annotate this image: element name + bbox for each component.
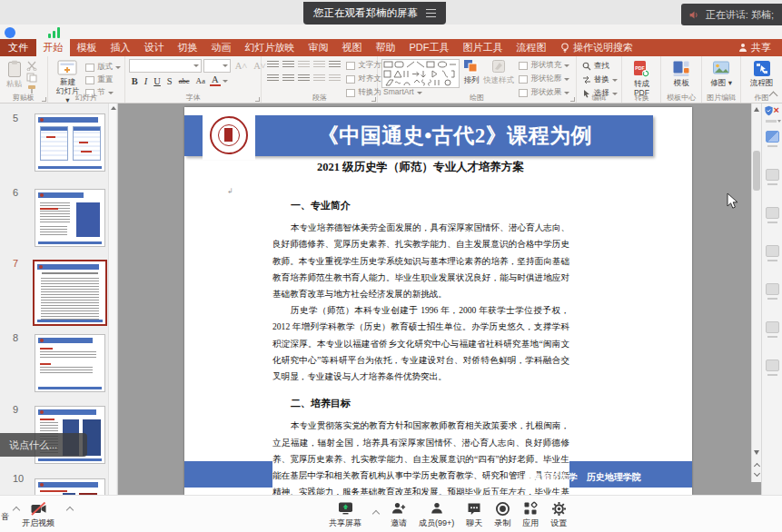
side-tool-item[interactable] xyxy=(766,245,779,269)
scroll-down-arrow[interactable] xyxy=(754,450,759,455)
tab-review[interactable]: 审阅 xyxy=(302,39,335,56)
slide-text-block[interactable]: 一、专业简介 本专业培养德智体美劳全面发展的，具有深厚家国情怀、潜心育人志向、良… xyxy=(272,197,569,495)
slide-subtitle[interactable]: 2021 级历史学（师范）专业人才培养方案 xyxy=(239,160,602,175)
side-tool-item[interactable] xyxy=(766,360,779,383)
template-button[interactable]: 模板 xyxy=(669,59,693,89)
apps-button[interactable]: 应用 xyxy=(522,501,539,529)
thumbnail-slide-6[interactable] xyxy=(35,189,105,247)
meeting-float-icon[interactable] xyxy=(5,27,15,38)
tab-flowchart[interactable]: 流程图 xyxy=(510,39,553,56)
columns-icon[interactable] xyxy=(329,74,341,84)
underline-button[interactable]: U xyxy=(152,76,163,86)
drawing-dialog-launcher[interactable] xyxy=(570,97,575,102)
flowchart-button[interactable]: 流程图 xyxy=(747,59,777,89)
next-slide-button[interactable] xyxy=(753,472,761,480)
tab-templates[interactable]: 模板 xyxy=(70,39,104,56)
shadow-button[interactable]: S xyxy=(164,76,174,86)
invite-button[interactable]: 邀请 xyxy=(391,501,407,529)
mute-options-chevron[interactable] xyxy=(13,507,20,514)
strikethrough-button[interactable]: abc xyxy=(176,76,192,85)
bold-button[interactable]: B xyxy=(129,76,140,86)
align-right-icon[interactable] xyxy=(298,74,310,84)
layout-button[interactable]: 版式 xyxy=(85,62,121,73)
retouch-button[interactable]: 修图 ▾ xyxy=(708,59,735,89)
thumbnail-slide-8[interactable] xyxy=(35,334,105,392)
camera-options-chevron[interactable] xyxy=(66,507,74,514)
close-icon[interactable]: × xyxy=(774,104,779,115)
chat-button[interactable]: 聊天 xyxy=(466,501,482,529)
tab-insert[interactable]: 插入 xyxy=(104,39,137,56)
tab-picture-tools[interactable]: 图片工具 xyxy=(456,39,510,56)
tab-animations[interactable]: 动画 xyxy=(204,39,238,56)
paste-button[interactable]: 粘贴 xyxy=(4,59,25,90)
line-spacing-icon[interactable] xyxy=(329,61,341,70)
tab-view[interactable]: 视图 xyxy=(335,39,369,56)
numbering-icon[interactable] xyxy=(282,61,294,70)
menu-icon[interactable] xyxy=(426,9,436,17)
shield-icon[interactable] xyxy=(764,105,774,116)
thumbnail-scrollbar[interactable] xyxy=(108,103,116,495)
record-button[interactable]: 录制 xyxy=(494,501,510,529)
increase-indent-icon[interactable] xyxy=(313,61,325,70)
slide-scrollbar[interactable] xyxy=(751,103,761,482)
font-color-caret[interactable] xyxy=(223,80,228,83)
slide-7-editor[interactable]: 《中国通史•古代2》课程为例 2021 级历史学（师范）专业人才培养方案 ↲ 一… xyxy=(184,107,692,495)
scroll-up-arrow[interactable] xyxy=(754,107,759,112)
camera-button[interactable]: 开启视频 xyxy=(22,501,54,529)
tab-design[interactable]: 设计 xyxy=(137,39,171,56)
share-options-chevron[interactable] xyxy=(372,510,380,517)
arrange-button[interactable]: 排列 xyxy=(463,59,480,86)
tab-file[interactable]: 文件 xyxy=(0,39,36,56)
tell-me-search[interactable]: 操作说明搜索 xyxy=(553,39,640,56)
find-button[interactable]: 查找 xyxy=(582,61,618,72)
grow-font-button[interactable]: A˄ xyxy=(233,61,250,71)
tab-slideshow[interactable]: 幻灯片放映 xyxy=(238,39,302,56)
shape-fill-button[interactable]: 形状填充 xyxy=(519,60,569,71)
font-dialog-launcher[interactable] xyxy=(255,97,260,102)
clipboard-dialog-launcher[interactable] xyxy=(42,97,46,102)
watching-banner[interactable]: 您正在观看郑楠的屏幕 xyxy=(303,2,446,25)
panel-dropdown[interactable] xyxy=(766,120,777,123)
paragraph-dialog-launcher[interactable] xyxy=(371,97,376,102)
bullets-icon[interactable] xyxy=(267,61,279,70)
thumbnail-slide-5[interactable] xyxy=(35,113,105,172)
slide-title-banner[interactable]: 《中国通史•古代2》课程为例 xyxy=(184,115,653,156)
thumbnail-slide-7[interactable] xyxy=(33,260,107,326)
tab-transitions[interactable]: 切换 xyxy=(171,39,204,56)
side-tool-item[interactable] xyxy=(766,283,779,307)
side-tool-item[interactable] xyxy=(766,169,779,192)
italic-button[interactable]: I xyxy=(142,76,150,86)
shape-outline-button[interactable]: 形状轮廓 xyxy=(519,74,569,84)
font-size-combo[interactable] xyxy=(203,59,231,73)
share-button[interactable]: 共享 xyxy=(728,39,782,56)
side-tool-item[interactable] xyxy=(766,321,779,345)
replace-button[interactable]: 替换 xyxy=(582,74,618,85)
reset-button[interactable]: 重置 xyxy=(85,74,121,85)
invite-label: 邀请 xyxy=(391,517,407,529)
tab-help[interactable]: 帮助 xyxy=(369,39,402,56)
cut-icon[interactable] xyxy=(26,61,37,71)
paste-icon xyxy=(7,60,22,78)
justify-icon[interactable] xyxy=(313,74,325,84)
settings-button[interactable]: 设置 xyxy=(550,501,567,529)
scroll-up-arrow[interactable] xyxy=(111,106,116,110)
tab-pdf-tools[interactable]: PDF工具 xyxy=(402,39,456,56)
tab-home[interactable]: 开始 xyxy=(36,39,70,56)
font-name-combo[interactable] xyxy=(129,59,202,73)
thumbnail-slide-10[interactable] xyxy=(35,478,105,495)
chat-input-overlay[interactable]: 说点什么... xyxy=(0,433,87,457)
members-button[interactable]: 成员(99+) xyxy=(419,501,454,529)
align-left-icon[interactable] xyxy=(267,74,279,84)
change-case-button[interactable]: Aa xyxy=(193,76,208,85)
side-tool-item[interactable] xyxy=(766,207,779,231)
decrease-indent-icon[interactable] xyxy=(298,61,310,70)
scrollbar-thumb[interactable] xyxy=(753,151,760,191)
mute-button-partial[interactable]: 音 xyxy=(1,511,9,523)
align-center-icon[interactable] xyxy=(282,74,294,84)
font-color-button[interactable]: A xyxy=(210,75,222,86)
copy-icon[interactable] xyxy=(26,73,37,83)
shapes-gallery[interactable] xyxy=(381,59,460,88)
quick-styles-button[interactable]: 快速样式 xyxy=(483,59,514,86)
screen-share-button[interactable]: 共享屏幕 xyxy=(329,501,361,529)
side-tool-item[interactable] xyxy=(766,131,779,154)
